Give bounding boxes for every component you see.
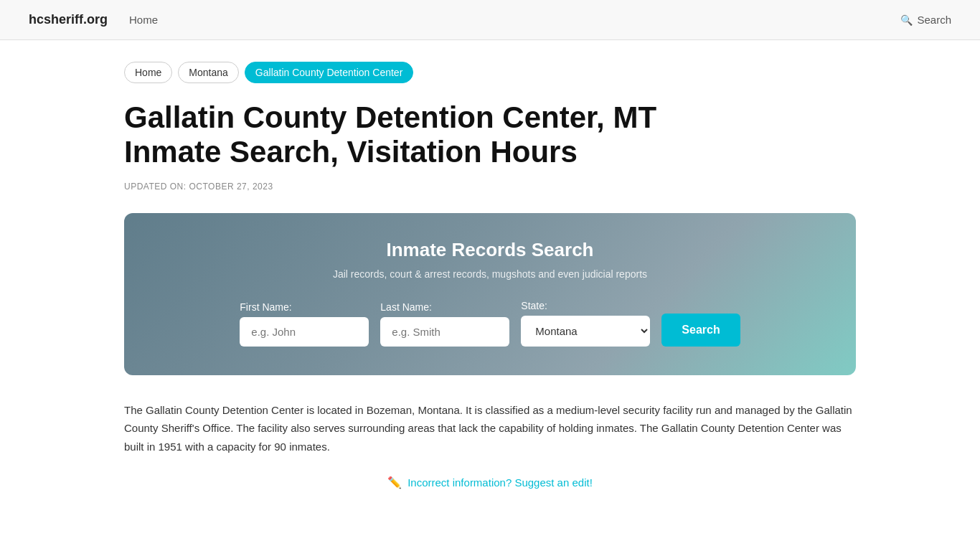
state-group: State: MontanaAlabamaAlaskaArizonaArkans… [521,300,650,347]
breadcrumb-montana[interactable]: Montana [178,62,238,83]
updated-date-value: OCTOBER 27, 2023 [189,182,273,192]
facility-description: The Gallatin County Detention Center is … [124,401,856,456]
header-left: hcsheriff.org Home [29,12,158,27]
main-content: Home Montana Gallatin County Detention C… [95,40,885,532]
first-name-group: First Name: [240,301,369,347]
pencil-icon: ✏️ [387,476,402,489]
last-name-label: Last Name: [380,301,509,313]
header-search-label: Search [917,14,951,26]
search-icon: 🔍 [900,14,913,26]
state-select[interactable]: MontanaAlabamaAlaskaArizonaArkansasCalif… [521,316,650,347]
breadcrumb-home[interactable]: Home [124,62,172,83]
last-name-group: Last Name: [380,301,509,347]
breadcrumb: Home Montana Gallatin County Detention C… [124,62,856,83]
updated-date: UPDATED ON: OCTOBER 27, 2023 [124,182,856,192]
search-button[interactable]: Search [661,314,740,347]
inmate-search-box: Inmate Records Search Jail records, cour… [124,213,856,375]
site-header: hcsheriff.org Home 🔍 Search [0,0,980,40]
last-name-input[interactable] [380,317,509,347]
first-name-input[interactable] [240,317,369,347]
suggest-edit-section: ✏️ Incorrect information? Suggest an edi… [124,476,856,489]
nav-home-link[interactable]: Home [129,14,158,26]
header-search-button[interactable]: 🔍 Search [900,14,951,26]
state-label: State: [521,300,650,311]
site-logo[interactable]: hcsheriff.org [29,12,108,27]
page-title: Gallatin County Detention Center, MT Inm… [124,100,712,170]
first-name-label: First Name: [240,301,369,313]
updated-label: UPDATED ON: [124,182,187,192]
suggest-edit-link[interactable]: Incorrect information? Suggest an edit! [407,476,593,489]
search-form: First Name: Last Name: State: MontanaAla… [153,300,827,347]
breadcrumb-current[interactable]: Gallatin County Detention Center [245,62,413,83]
search-box-title: Inmate Records Search [153,239,827,261]
search-box-subtitle: Jail records, court & arrest records, mu… [153,268,827,280]
